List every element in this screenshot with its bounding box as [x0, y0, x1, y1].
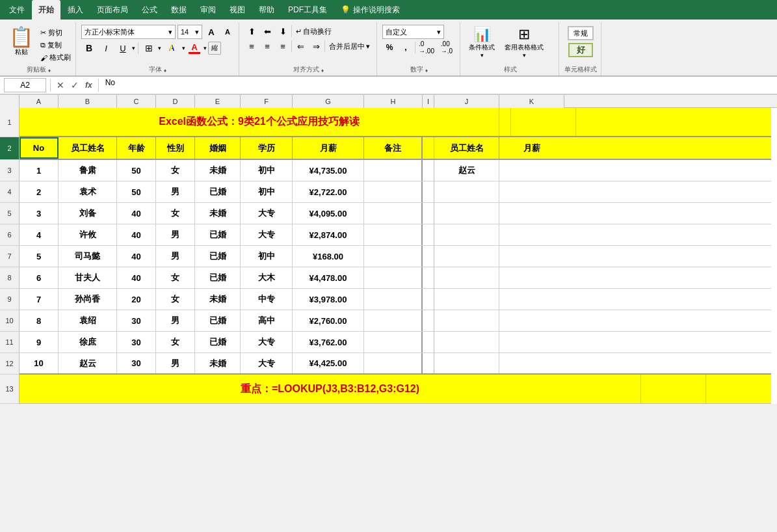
cell-e10[interactable]: 已婚: [195, 310, 241, 331]
cell-i1[interactable]: [499, 108, 511, 136]
center-align-button[interactable]: ≡: [260, 40, 274, 53]
cell-j5[interactable]: [434, 203, 499, 224]
alignment-expand-icon[interactable]: ⬧: [321, 66, 324, 73]
cell-j13[interactable]: [641, 375, 706, 403]
cell-g3[interactable]: ¥4,735.00: [293, 160, 364, 181]
tab-search[interactable]: 💡 操作说明搜索: [334, 0, 406, 20]
cell-e12[interactable]: 未婚: [195, 353, 241, 373]
cell-g2[interactable]: 月薪: [293, 137, 364, 159]
cell-j9[interactable]: [434, 289, 499, 310]
insert-function-button[interactable]: fx: [83, 81, 94, 90]
good-style-badge[interactable]: 好: [568, 43, 593, 57]
cell-k10[interactable]: [499, 310, 564, 331]
cell-d4[interactable]: 男: [156, 181, 195, 202]
cell-c10[interactable]: 30: [117, 310, 156, 331]
cell-b11[interactable]: 徐庶: [59, 332, 117, 352]
cell-k8[interactable]: [499, 267, 564, 288]
cell-g12[interactable]: ¥4,425.00: [293, 353, 364, 373]
tab-view[interactable]: 视图: [223, 0, 252, 20]
cell-h11[interactable]: [364, 332, 423, 352]
row-header-11[interactable]: 11: [0, 332, 20, 353]
top-align-button[interactable]: ⬆: [244, 25, 259, 38]
cell-b4[interactable]: 袁术: [59, 181, 117, 202]
col-header-g[interactable]: G: [293, 95, 364, 108]
cell-h4[interactable]: [364, 181, 423, 202]
fill-color-button[interactable]: A: [163, 41, 181, 55]
cell-i6[interactable]: [423, 224, 434, 245]
cell-i5[interactable]: [423, 203, 434, 224]
cell-c5[interactable]: 40: [117, 203, 156, 224]
col-header-e[interactable]: E: [195, 95, 241, 108]
cell-e8[interactable]: 已婚: [195, 267, 241, 288]
cell-i12[interactable]: [423, 353, 434, 373]
row-header-6[interactable]: 6: [0, 224, 20, 246]
cell-f5[interactable]: 大专: [241, 203, 293, 224]
col-header-j[interactable]: J: [434, 95, 499, 108]
cell-i4[interactable]: [423, 181, 434, 202]
cell-k3[interactable]: [499, 160, 564, 181]
table-format-button[interactable]: ⊞ 套用表格格式 ▾: [502, 25, 546, 60]
cell-i7[interactable]: [423, 246, 434, 267]
row-header-12[interactable]: 12: [0, 353, 20, 375]
cell-h12[interactable]: [364, 353, 423, 373]
cell-i11[interactable]: [423, 332, 434, 352]
cell-merged-13[interactable]: 重点：=LOOKUP(J3,B3:B12,G3:G12): [20, 375, 641, 403]
cell-g10[interactable]: ¥2,760.00: [293, 310, 364, 331]
cell-g4[interactable]: ¥2,722.00: [293, 181, 364, 202]
increase-decimal-button[interactable]: .0→.00: [417, 41, 436, 54]
cell-c4[interactable]: 50: [117, 181, 156, 202]
cut-button[interactable]: ✂ 剪切: [38, 27, 73, 38]
cell-k6[interactable]: [499, 224, 564, 245]
cell-f6[interactable]: 大专: [241, 224, 293, 245]
cell-a1[interactable]: Excel函数公式：9类21个公式应用技巧解读: [20, 108, 499, 136]
cell-j8[interactable]: [434, 267, 499, 288]
cell-k1[interactable]: [576, 108, 641, 136]
col-header-h[interactable]: H: [364, 95, 423, 108]
tab-page-layout[interactable]: 页面布局: [90, 0, 135, 20]
cell-d3[interactable]: 女: [156, 160, 195, 181]
normal-style-box[interactable]: 常规: [568, 26, 594, 40]
font-color-chevron[interactable]: ▾: [204, 45, 207, 51]
cell-g6[interactable]: ¥2,874.00: [293, 224, 364, 245]
number-format-dropdown[interactable]: 自定义 ▾: [382, 25, 444, 39]
font-color-button[interactable]: A: [187, 42, 202, 55]
cell-k12[interactable]: [499, 353, 564, 373]
cell-a7[interactable]: 5: [20, 246, 59, 267]
cell-a4[interactable]: 2: [20, 181, 59, 202]
decrease-font-button[interactable]: A: [220, 25, 235, 39]
thousands-button[interactable]: ,: [399, 41, 413, 54]
number-expand-icon[interactable]: ⬧: [425, 66, 428, 73]
tab-help[interactable]: 帮助: [252, 0, 281, 20]
cell-f3[interactable]: 初中: [241, 160, 293, 181]
cell-c2[interactable]: 年龄: [117, 137, 156, 159]
cell-a6[interactable]: 4: [20, 224, 59, 245]
cell-b8[interactable]: 甘夫人: [59, 267, 117, 288]
special-char-button[interactable]: 縮: [208, 42, 221, 55]
cell-i3[interactable]: [423, 160, 434, 181]
fill-chevron[interactable]: ▾: [182, 45, 185, 51]
cell-h8[interactable]: [364, 267, 423, 288]
cell-a8[interactable]: 6: [20, 267, 59, 288]
cell-g7[interactable]: ¥168.00: [293, 246, 364, 267]
cell-c6[interactable]: 40: [117, 224, 156, 245]
cell-j6[interactable]: [434, 224, 499, 245]
cell-i8[interactable]: [423, 267, 434, 288]
tab-pdf[interactable]: PDF工具集: [282, 0, 334, 20]
cell-h3[interactable]: [364, 160, 423, 181]
cell-f8[interactable]: 大木: [241, 267, 293, 288]
cell-i10[interactable]: [423, 310, 434, 331]
cell-b3[interactable]: 鲁肃: [59, 160, 117, 181]
row-header-7[interactable]: 7: [0, 246, 20, 267]
cell-d11[interactable]: 女: [156, 332, 195, 352]
cell-e7[interactable]: 已婚: [195, 246, 241, 267]
cell-h6[interactable]: [364, 224, 423, 245]
row-header-2[interactable]: 2: [0, 137, 20, 160]
cell-a10[interactable]: 8: [20, 310, 59, 331]
cell-h2[interactable]: 备注: [364, 137, 423, 159]
bottom-align-button[interactable]: ⬇: [276, 25, 290, 38]
font-size-dropdown[interactable]: 14 ▾: [178, 25, 202, 39]
cell-e5[interactable]: 未婚: [195, 203, 241, 224]
tab-review[interactable]: 审阅: [194, 0, 222, 20]
tab-insert[interactable]: 插入: [61, 0, 90, 20]
cell-f9[interactable]: 中专: [241, 289, 293, 310]
